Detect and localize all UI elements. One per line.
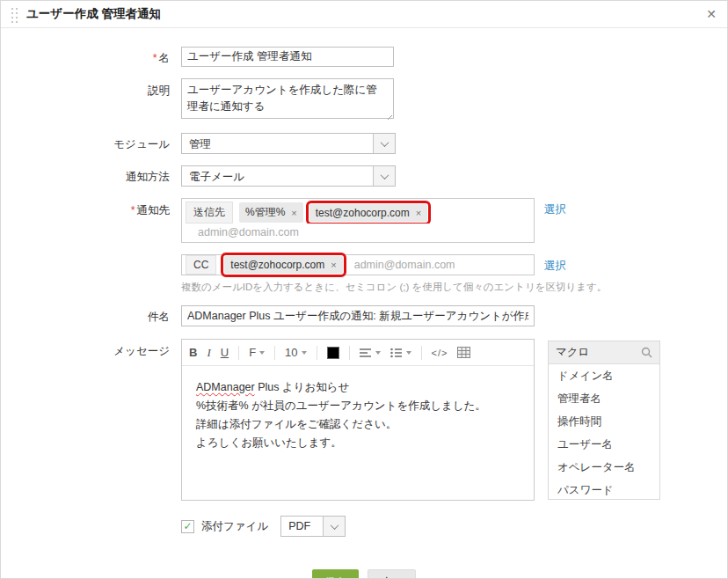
method-row: 通知方法 電子メール [1, 165, 727, 187]
align-button[interactable] [360, 348, 381, 358]
back-button[interactable]: 戻る [368, 569, 416, 579]
underline-button[interactable]: U [221, 346, 229, 359]
editor-toolbar: B I U F 10 </> [182, 340, 534, 366]
bullet-list-icon [390, 348, 403, 358]
to-field-tag: 送信先 [186, 202, 233, 224]
message-body[interactable]: ADManager Plus よりお知らせ %技術者% が社員のユーザーアカウン… [182, 366, 534, 500]
module-row: モジュール 管理 [1, 133, 727, 154]
notification-form: *名 説明 ユーザーアカウントを作成した際に管理者に通知する モジュール 管理 … [1, 28, 727, 579]
cc-field[interactable]: CC test@zohocorp.com × [181, 254, 535, 275]
name-label: *名 [1, 47, 181, 67]
attachment-row: ✓ 添付ファイル PDF [1, 516, 727, 537]
subject-input[interactable] [181, 305, 535, 326]
macro-panel: マクロ ドメイン名 管理者名 操作時間 ユーザー名 オペレーター名 パスワード … [548, 341, 660, 500]
chevron-down-icon [373, 166, 395, 186]
chevron-down-icon [323, 517, 345, 536]
recipient-chip[interactable]: %管理% × [239, 202, 303, 223]
chip-remove-icon[interactable]: × [331, 260, 336, 270]
macro-item[interactable]: オペレーター名 [549, 456, 659, 479]
close-icon[interactable]: ✕ [706, 8, 717, 20]
message-row: メッセージ B I U F 10 [1, 339, 727, 501]
recipients-to-row: *通知先 送信先 %管理% × test@zohocorp.com × 選択 [1, 198, 727, 243]
to-email-input[interactable] [186, 224, 476, 240]
macro-panel-header: マクロ [549, 341, 659, 364]
to-field[interactable]: 送信先 %管理% × test@zohocorp.com × [181, 198, 535, 243]
drag-handle-icon[interactable] [11, 8, 19, 21]
cc-chip-highlighted[interactable]: test@zohocorp.com × [224, 256, 342, 274]
description-row: 説明 ユーザーアカウントを作成した際に管理者に通知する [1, 78, 727, 121]
method-label: 通知方法 [1, 165, 181, 187]
attachment-spacer [1, 524, 181, 529]
attachment-label: 添付ファイル [201, 518, 268, 534]
macro-item[interactable]: ユーザー名 [549, 433, 659, 456]
subject-row: 件名 [1, 305, 727, 326]
table-icon [457, 347, 470, 358]
semicolon-helper-text: 複数のメールIDを入力するときに、セミコロン (;) を使用して個々のエントリを… [181, 281, 607, 294]
save-button[interactable]: 保存 [312, 569, 359, 579]
font-family-button[interactable]: F [249, 346, 265, 359]
required-mark: * [153, 52, 157, 64]
message-line: ADManager Plus よりお知らせ [196, 378, 520, 397]
attachment-checkbox[interactable]: ✓ [181, 520, 194, 533]
list-button[interactable] [390, 348, 411, 358]
message-editor: B I U F 10 </> [181, 339, 535, 501]
insert-table-button[interactable] [457, 347, 470, 358]
recipients-cc-row: CC test@zohocorp.com × 選択 複数のメールIDを入力すると… [1, 254, 727, 294]
message-line: %技術者% が社員のユーザーアカウントを作成しました。 [196, 397, 520, 415]
recipient-chip-highlighted[interactable]: test@zohocorp.com × [309, 204, 427, 222]
module-select[interactable]: 管理 [181, 133, 396, 154]
italic-button[interactable]: I [207, 346, 210, 360]
message-line: 詳細は添付ファイルをご確認ください。 [196, 415, 520, 434]
chip-remove-icon[interactable]: × [416, 208, 421, 218]
macro-item[interactable]: パスワード [549, 479, 659, 500]
footer-buttons: 保存 戻る [1, 569, 727, 579]
cc-select-link[interactable]: 選択 [544, 254, 566, 275]
macro-item[interactable]: 操作時間 [549, 410, 659, 433]
required-mark: * [131, 204, 135, 216]
message-line: よろしくお願いいたします。 [196, 434, 520, 452]
dialog-header: ユーザー作成 管理者通知 ✕ [1, 1, 727, 28]
font-color-button[interactable] [327, 347, 339, 359]
source-code-button[interactable]: </> [432, 348, 448, 358]
chip-remove-icon[interactable]: × [291, 208, 296, 218]
bold-button[interactable]: B [189, 346, 197, 359]
method-selected-value: 電子メール [182, 166, 373, 186]
to-select-link[interactable]: 選択 [544, 198, 566, 243]
module-label: モジュール [1, 133, 181, 154]
macro-header-label: マクロ [556, 345, 641, 360]
cc-email-input[interactable] [351, 257, 530, 273]
name-row: *名 [1, 47, 727, 67]
font-size-button[interactable]: 10 [285, 346, 306, 359]
attachment-format-value: PDF [281, 517, 323, 536]
macro-item[interactable]: ドメイン名 [549, 364, 659, 387]
name-input[interactable] [181, 47, 394, 67]
cc-spacer [1, 254, 181, 294]
method-select[interactable]: 電子メール [181, 165, 396, 187]
chevron-down-icon [373, 134, 395, 153]
recipients-label: *通知先 [1, 198, 181, 243]
message-label: メッセージ [1, 339, 181, 501]
dialog-title: ユーザー作成 管理者通知 [26, 6, 161, 22]
align-left-icon [360, 348, 372, 358]
module-selected-value: 管理 [182, 134, 373, 153]
subject-label: 件名 [1, 305, 181, 326]
macro-item[interactable]: 管理者名 [549, 387, 659, 410]
attachment-format-select[interactable]: PDF [280, 516, 346, 537]
color-swatch-icon [327, 347, 339, 359]
description-textarea[interactable]: ユーザーアカウントを作成した際に管理者に通知する [181, 78, 394, 119]
check-icon: ✓ [183, 520, 192, 532]
search-icon[interactable] [641, 347, 652, 358]
cc-field-tag: CC [186, 255, 216, 275]
description-label: 説明 [1, 78, 181, 121]
